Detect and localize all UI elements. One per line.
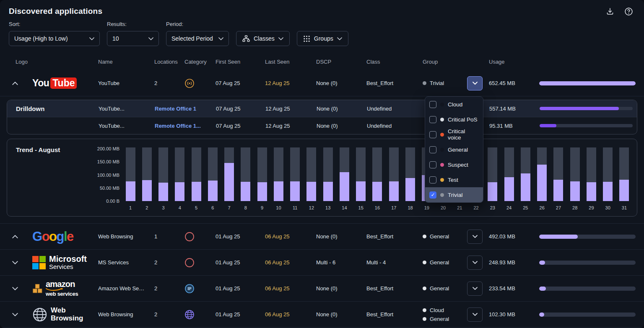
aws-boxes-icon — [32, 284, 43, 294]
drilldown-row[interactable]: YouTube... Remote Office 1 07 Aug 25 12 … — [7, 100, 637, 117]
x-axis-tick: 18 — [408, 205, 413, 210]
youtube-logo-badge: Tube — [50, 77, 77, 88]
checkbox-unchecked[interactable] — [429, 176, 436, 183]
download-button[interactable] — [606, 7, 614, 15]
period-select[interactable]: Selected Period — [166, 31, 229, 46]
help-button[interactable] — [624, 7, 633, 16]
cell-locations: 2 — [146, 80, 176, 86]
checkbox-checked[interactable]: ✓ — [429, 191, 436, 199]
checkbox-unchecked[interactable] — [429, 146, 436, 153]
bar-fill — [340, 172, 349, 201]
globe-icon — [32, 307, 47, 322]
bar-fill — [175, 182, 184, 201]
x-axis-tick: 28 — [572, 205, 577, 210]
x-axis-tick: 19 — [424, 205, 429, 210]
chevron-down-icon — [218, 37, 223, 40]
x-axis-tick: 24 — [506, 205, 512, 210]
drilldown-title: Drilldown — [16, 105, 44, 112]
group-dropdown-button[interactable] — [467, 307, 483, 322]
chevron-down-icon — [473, 313, 478, 316]
group-dropdown-button[interactable] — [467, 230, 483, 244]
chart-bars: 1234567891011121314151617181920212223242… — [124, 147, 631, 210]
trend-day-10: 10 — [273, 147, 283, 210]
trend-day-4: 4 — [175, 147, 185, 210]
group-menu-item-cloud[interactable]: Cloud — [425, 97, 483, 112]
checkbox-unchecked[interactable] — [429, 116, 436, 123]
cell-first-seen: 07 Aug 25 — [208, 106, 257, 112]
cell-dscp: None (0) — [308, 285, 358, 292]
period-value: Selected Period — [171, 35, 213, 42]
y-axis: 200.00 MB150.00 MB100.00 MB50.00 MB0.00 … — [7, 147, 124, 201]
table-row-web-browsing[interactable]: WebBrowsing Web Browsing 2 01 Aug 25 06 … — [0, 302, 644, 328]
cell-usage: 102.30 MB — [485, 311, 534, 318]
column-header-logo: Logo — [7, 59, 90, 65]
cell-class: Undefined — [358, 123, 415, 129]
x-axis-tick: 9 — [261, 205, 263, 210]
group-cell: Trivial — [414, 76, 485, 90]
cell-locations: 2 — [146, 285, 176, 292]
location-link[interactable]: Remote Office 1 — [155, 106, 196, 112]
trend-day-9: 9 — [257, 147, 267, 210]
expand-chevron-icon[interactable] — [7, 287, 23, 290]
classes-button[interactable]: Classes — [236, 31, 290, 46]
group-menu-item-critical-voice[interactable]: Critical voice — [425, 127, 483, 142]
column-header-class: Class — [358, 59, 414, 65]
group-dropdown-button[interactable] — [467, 282, 483, 296]
group-menu-item-test[interactable]: Test — [425, 172, 483, 187]
expand-chevron-icon[interactable] — [7, 261, 23, 264]
cell-locations: 2 — [146, 311, 176, 318]
expand-chevron-icon[interactable] — [7, 313, 23, 316]
bar-fill — [126, 181, 135, 201]
x-axis-tick: 23 — [490, 205, 495, 210]
results-select[interactable]: 10 — [107, 31, 159, 46]
groups-label: Groups — [314, 35, 333, 42]
cell-locations: 1 — [146, 233, 176, 240]
cell-last-seen: 12 Aug 25 — [257, 106, 308, 112]
chevron-down-icon — [148, 37, 153, 40]
microsoft-logo: MicrosoftServices — [23, 255, 90, 271]
checkbox-unchecked[interactable] — [429, 161, 436, 168]
google-letter: o — [42, 229, 49, 244]
table-row-youtube[interactable]: You Tube YouTube 2 07 Aug 25 12 Aug 25 N… — [0, 70, 644, 96]
cell-name: Amazon Web Services — [90, 285, 146, 292]
table-row-amazon[interactable]: amazon web services Amazon Web Services … — [0, 276, 644, 302]
drilldown-row[interactable]: YouTube... Remote Office 1... 07 Aug 25 … — [7, 117, 637, 134]
classes-label: Classes — [254, 35, 275, 42]
bar-fill — [603, 182, 613, 201]
bar-fill — [521, 173, 530, 201]
cell-dscp: None (0) — [308, 311, 358, 318]
x-axis-tick: 16 — [375, 205, 380, 210]
x-axis-tick: 17 — [391, 205, 396, 210]
table-row-google[interactable]: G o o g l e Web Browsing 1 01 Aug 25 06 … — [0, 224, 644, 250]
usage-bar — [534, 81, 636, 85]
group-menu-item-critical-pos[interactable]: Critical PoS — [425, 112, 483, 127]
cell-last-seen: 06 Aug 25 — [257, 233, 308, 240]
group-dropdown-button[interactable] — [467, 256, 483, 270]
checkbox-unchecked[interactable] — [429, 131, 436, 138]
group-label: Cloud — [430, 307, 444, 313]
group-menu-item-general[interactable]: General — [425, 142, 483, 157]
trend-day-29: 29 — [586, 147, 596, 210]
x-axis-tick: 1 — [129, 205, 132, 210]
cell-last-seen: 06 Aug 25 — [257, 285, 308, 292]
location-link[interactable]: Remote Office 1... — [155, 123, 201, 129]
collapse-chevron-icon[interactable] — [7, 235, 23, 238]
trend-day-1: 1 — [125, 147, 135, 210]
cell-locations: 2 — [146, 259, 176, 266]
drilldown-panel: Drilldown YouTube... Remote Office 1 07 … — [7, 100, 637, 134]
table-row-microsoft[interactable]: MicrosoftServices MS Services 2 01 Aug 2… — [0, 250, 644, 276]
bar-track — [570, 147, 580, 201]
group-menu-item-suspect[interactable]: Suspect — [425, 157, 483, 172]
group-color-dot — [440, 148, 444, 152]
column-header-usage: Usage — [485, 59, 534, 65]
groups-button[interactable]: Groups — [297, 31, 348, 46]
x-axis-tick: 20 — [441, 205, 446, 210]
checkbox-unchecked[interactable] — [429, 101, 436, 108]
collapse-chevron-icon[interactable] — [7, 82, 23, 85]
x-axis-tick: 25 — [523, 205, 528, 210]
group-dropdown-button[interactable] — [467, 76, 483, 90]
group-color-dot — [440, 163, 444, 167]
group-menu-label: General — [448, 147, 468, 153]
sort-select[interactable]: Usage (High to Low) — [9, 31, 100, 46]
group-menu-item-trivial[interactable]: ✓Trivial — [425, 187, 483, 202]
